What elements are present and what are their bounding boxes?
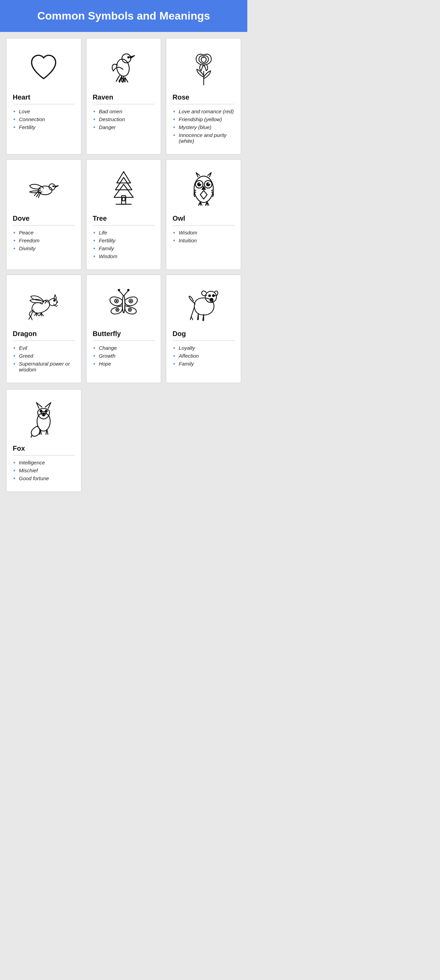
- dragon-meaning-1: Evil: [13, 345, 75, 351]
- tree-meanings: Life Fertility Family Wisdom: [93, 230, 155, 261]
- card-owl: Owl Wisdom Intuition: [166, 159, 241, 270]
- dragon-icon: [13, 282, 75, 326]
- raven-meaning-2: Destruction: [93, 116, 155, 122]
- page-title: Common Symbols and Meanings: [7, 10, 241, 22]
- card-tree: Tree Life Fertility Family Wisdom: [86, 159, 161, 270]
- butterfly-meaning-2: Growth: [93, 353, 155, 359]
- dog-icon: [172, 282, 234, 326]
- svg-point-25: [115, 300, 117, 302]
- tree-icon: [93, 167, 155, 211]
- fox-meaning-3: Good fortune: [13, 476, 75, 481]
- dove-meaning-2: Freedom: [13, 237, 75, 243]
- fox-icon: [13, 396, 75, 441]
- rose-meaning-2: Friendship (yellow): [172, 116, 234, 122]
- rose-meaning-4: Innocence and purity (white): [172, 132, 234, 144]
- card-rose: Rose Love and romance (red) Friendship (…: [166, 38, 241, 154]
- svg-point-32: [205, 291, 217, 303]
- raven-name: Raven: [93, 93, 155, 104]
- svg-marker-10: [115, 177, 132, 190]
- empty-cell-2: [166, 389, 241, 492]
- heart-meaning-3: Fertility: [13, 124, 75, 130]
- dragon-meaning-2: Greed: [13, 353, 75, 359]
- rose-meanings: Love and romance (red) Friendship (yello…: [172, 108, 234, 146]
- svg-point-19: [54, 300, 55, 301]
- heart-meaning-2: Connection: [13, 116, 75, 122]
- dog-meaning-2: Affection: [172, 353, 234, 359]
- fox-meaning-2: Mischief: [13, 468, 75, 473]
- svg-point-2: [128, 57, 129, 58]
- raven-meanings: Bad omen Destruction Danger: [93, 108, 155, 132]
- butterfly-meaning-3: Hope: [93, 361, 155, 367]
- page-header: Common Symbols and Meanings: [0, 0, 247, 32]
- dog-meaning-1: Loyalty: [172, 345, 234, 351]
- svg-point-27: [130, 300, 132, 302]
- dove-icon: [13, 167, 75, 211]
- fox-meanings: Intelligence Mischief Good fortune: [13, 460, 75, 483]
- bottom-row: Fox Intelligence Mischief Good fortune: [0, 389, 247, 498]
- butterfly-meaning-1: Change: [93, 345, 155, 351]
- svg-point-31: [129, 309, 131, 311]
- svg-point-15: [199, 183, 201, 184]
- card-dove: Dove Peace Freedom Divinity: [6, 159, 81, 270]
- owl-meaning-2: Intuition: [172, 237, 234, 243]
- owl-meaning-1: Wisdom: [172, 230, 234, 235]
- tree-meaning-1: Life: [93, 230, 155, 235]
- dragon-meaning-3: Supernatural power or wisdom: [13, 361, 75, 372]
- heart-icon: [13, 45, 75, 90]
- dog-meanings: Loyalty Affection Family: [172, 345, 234, 369]
- tree-meaning-3: Family: [93, 245, 155, 251]
- card-heart: Heart Love Connection Fertility: [6, 38, 81, 154]
- butterfly-icon: [93, 282, 155, 326]
- dragon-name: Dragon: [13, 330, 75, 341]
- tree-meaning-2: Fertility: [93, 237, 155, 243]
- dove-meaning-1: Peace: [13, 230, 75, 235]
- rose-icon: [172, 45, 234, 90]
- symbols-grid: Heart Love Connection Fertility: [0, 32, 247, 389]
- owl-name: Owl: [172, 215, 234, 226]
- svg-point-23: [128, 290, 129, 291]
- dog-meaning-3: Family: [172, 361, 234, 367]
- svg-rect-12: [122, 197, 125, 201]
- butterfly-meanings: Change Growth Hope: [93, 345, 155, 369]
- owl-meanings: Wisdom Intuition: [172, 230, 234, 245]
- dog-name: Dog: [172, 330, 234, 341]
- raven-meaning-3: Danger: [93, 124, 155, 130]
- svg-point-6: [53, 186, 54, 187]
- owl-icon: [172, 167, 234, 211]
- rose-name: Rose: [172, 93, 234, 104]
- heart-meaning-1: Love: [13, 108, 75, 114]
- rose-meaning-3: Mystery (blue): [172, 124, 234, 130]
- empty-cell-1: [86, 389, 161, 492]
- svg-point-34: [212, 295, 214, 297]
- heart-name: Heart: [13, 93, 75, 104]
- card-dragon: Dragon Evil Greed Supernatural power or …: [6, 275, 81, 383]
- butterfly-name: Butterfly: [93, 330, 155, 341]
- card-dog: Dog Loyalty Affection Family: [166, 275, 241, 383]
- heart-meanings: Love Connection Fertility: [13, 108, 75, 132]
- fox-meaning-1: Intelligence: [13, 460, 75, 465]
- rose-meaning-1: Love and romance (red): [172, 108, 234, 114]
- dove-meaning-3: Divinity: [13, 245, 75, 251]
- svg-point-21: [122, 296, 125, 313]
- card-raven: Raven Bad omen Destruction Danger: [86, 38, 161, 154]
- svg-point-18: [209, 183, 210, 184]
- dove-meanings: Peace Freedom Divinity: [13, 230, 75, 253]
- tree-meaning-4: Wisdom: [93, 253, 155, 259]
- tree-name: Tree: [93, 215, 155, 226]
- raven-icon: [93, 45, 155, 90]
- svg-point-22: [118, 290, 120, 291]
- raven-meaning-1: Bad omen: [93, 108, 155, 114]
- dragon-meanings: Evil Greed Supernatural power or wisdom: [13, 345, 75, 374]
- fox-name: Fox: [13, 444, 75, 455]
- svg-point-20: [57, 302, 58, 303]
- svg-point-33: [209, 295, 210, 297]
- svg-point-29: [117, 309, 118, 311]
- card-fox: Fox Intelligence Mischief Good fortune: [6, 389, 81, 492]
- card-butterfly: Butterfly Change Growth Hope: [86, 275, 161, 383]
- svg-point-35: [210, 298, 213, 300]
- dove-name: Dove: [13, 215, 75, 226]
